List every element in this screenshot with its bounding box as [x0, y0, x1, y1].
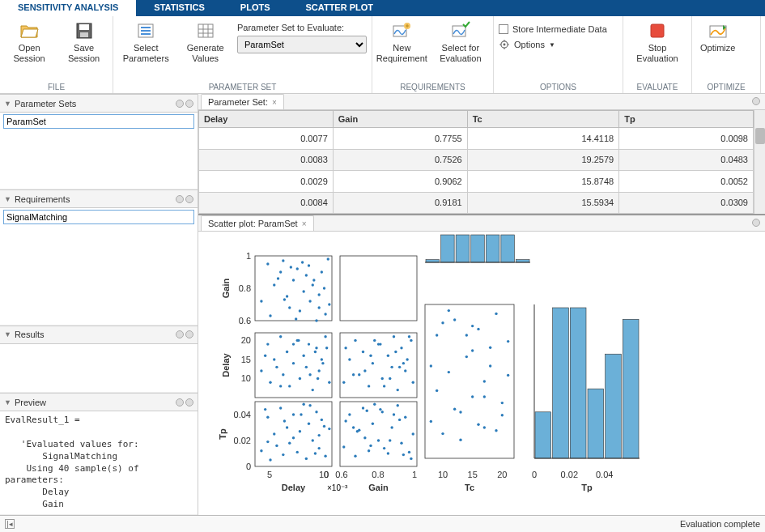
- svg-point-53: [328, 303, 330, 305]
- svg-point-68: [260, 369, 262, 372]
- svg-point-106: [358, 373, 360, 376]
- svg-point-213: [507, 340, 509, 343]
- svg-rect-21: [651, 24, 664, 37]
- list-icon: [136, 21, 155, 40]
- svg-rect-24: [441, 235, 455, 262]
- close-icon[interactable]: ×: [272, 98, 277, 107]
- panel-menu-icon[interactable]: [176, 398, 184, 406]
- svg-point-81: [308, 343, 310, 345]
- svg-text:Gain: Gain: [221, 278, 231, 298]
- svg-point-103: [342, 381, 345, 383]
- svg-point-42: [299, 309, 301, 312]
- doc-tab-paramset[interactable]: Parameter Set: ×: [201, 94, 284, 109]
- panel-menu-icon[interactable]: [176, 100, 184, 108]
- svg-point-185: [344, 419, 346, 422]
- tab-scatter[interactable]: SCATTER PLOT: [288, 0, 392, 16]
- triangle-down-icon: ▼: [4, 100, 11, 108]
- close-icon[interactable]: ×: [302, 219, 307, 228]
- table-row[interactable]: 0.00840.918115.59340.0309: [199, 192, 754, 214]
- svg-text:10: 10: [438, 470, 448, 479]
- table-scrollbar[interactable]: [754, 110, 765, 214]
- panel-menu-icon[interactable]: [185, 100, 193, 108]
- svg-point-221: [441, 321, 444, 324]
- svg-point-159: [314, 452, 317, 454]
- main-tab-bar: SENSITIVITY ANALYSIS STATISTICS PLOTS SC…: [0, 0, 765, 16]
- tab-menu-icon[interactable]: [752, 219, 760, 227]
- svg-point-140: [286, 426, 288, 428]
- svg-point-61: [301, 261, 304, 263]
- svg-point-222: [453, 408, 456, 411]
- svg-point-38: [286, 295, 288, 297]
- panel-header-preview[interactable]: ▼ Preview: [0, 394, 198, 411]
- select-parameters-button[interactable]: Select Parameters: [118, 19, 173, 66]
- generate-values-button[interactable]: Generate Values: [180, 19, 231, 66]
- svg-point-178: [387, 452, 389, 454]
- table-row[interactable]: 0.00830.752619.25790.0483: [199, 149, 754, 171]
- svg-point-206: [465, 355, 468, 358]
- stop-evaluation-button[interactable]: Stop Evaluation: [628, 19, 686, 66]
- svg-point-139: [282, 453, 284, 456]
- svg-point-228: [471, 325, 474, 327]
- svg-point-80: [305, 366, 308, 368]
- panel-menu-icon[interactable]: [185, 195, 193, 203]
- paramset-item-input[interactable]: [3, 114, 194, 129]
- svg-point-55: [290, 266, 292, 268]
- svg-rect-133: [255, 402, 332, 466]
- new-requirement-button[interactable]: New Requirement: [377, 19, 427, 66]
- svg-text:Tc: Tc: [465, 483, 474, 492]
- svg-point-123: [373, 339, 376, 342]
- svg-rect-31: [255, 256, 332, 321]
- open-session-button[interactable]: Open Session: [5, 19, 53, 66]
- tab-statistics[interactable]: STATISTICS: [136, 0, 223, 16]
- svg-text:0: 0: [532, 470, 537, 479]
- svg-point-128: [369, 355, 372, 357]
- tab-plots[interactable]: PLOTS: [223, 0, 288, 16]
- table-header[interactable]: Delay: [199, 111, 334, 128]
- svg-rect-25: [456, 235, 470, 262]
- optimize-button[interactable]: Optimize: [697, 19, 738, 55]
- svg-point-179: [390, 426, 393, 428]
- rewind-icon[interactable]: |◂: [5, 519, 15, 529]
- svg-point-127: [352, 373, 355, 376]
- panel-header-results[interactable]: ▼ Results: [0, 326, 198, 344]
- panel-header-requirements[interactable]: ▼ Requirements: [0, 190, 198, 208]
- param-table[interactable]: DelayGainTcTp 0.00770.775514.41180.00980…: [198, 110, 754, 214]
- svg-point-114: [393, 335, 395, 338]
- panel-menu-icon[interactable]: [176, 330, 184, 338]
- panel-menu-icon[interactable]: [185, 330, 193, 338]
- svg-point-112: [387, 355, 389, 357]
- svg-point-126: [402, 362, 405, 364]
- table-header[interactable]: Tc: [467, 111, 619, 128]
- svg-point-85: [321, 358, 323, 360]
- options-button[interactable]: Options ▼: [499, 39, 555, 50]
- select-for-evaluation-button[interactable]: Select for Evaluation: [433, 19, 488, 66]
- svg-point-180: [397, 404, 399, 406]
- save-session-button[interactable]: Save Session: [60, 19, 108, 66]
- svg-text:Gain: Gain: [368, 483, 389, 492]
- svg-point-37: [282, 259, 284, 262]
- panel-menu-icon[interactable]: [176, 195, 184, 203]
- table-row[interactable]: 0.00290.906215.87480.0052: [199, 171, 754, 193]
- panel-header-paramsets[interactable]: ▼ Parameter Sets: [0, 95, 198, 113]
- svg-point-113: [390, 366, 393, 368]
- doc-tab-scatter[interactable]: Scatter plot: ParamSet ×: [201, 215, 314, 231]
- svg-point-69: [266, 343, 269, 345]
- svg-point-182: [404, 416, 406, 419]
- requirement-item-input[interactable]: [3, 210, 194, 224]
- tab-menu-icon[interactable]: [752, 97, 760, 105]
- svg-point-44: [305, 274, 308, 276]
- svg-point-143: [296, 451, 299, 453]
- doc-tab-row-top: Parameter Set: ×: [198, 94, 765, 110]
- ribbon-group-optimize-label: OPTIMIZE: [692, 81, 760, 93]
- panel-menu-icon[interactable]: [185, 398, 193, 406]
- table-row[interactable]: 0.00770.775514.41180.0098: [199, 128, 754, 150]
- store-intermediate-checkbox[interactable]: Store Intermediate Data: [499, 24, 607, 34]
- svg-text:0.02: 0.02: [561, 470, 578, 479]
- table-header[interactable]: Gain: [333, 111, 467, 128]
- table-header[interactable]: Tp: [619, 111, 754, 128]
- svg-text:1: 1: [412, 470, 417, 479]
- tab-sensitivity[interactable]: SENSITIVITY ANALYSIS: [0, 0, 136, 16]
- param-set-dropdown[interactable]: ParamSet: [237, 36, 367, 53]
- svg-point-121: [344, 347, 346, 349]
- doc-tab-row-bottom: Scatter plot: ParamSet ×: [198, 215, 765, 232]
